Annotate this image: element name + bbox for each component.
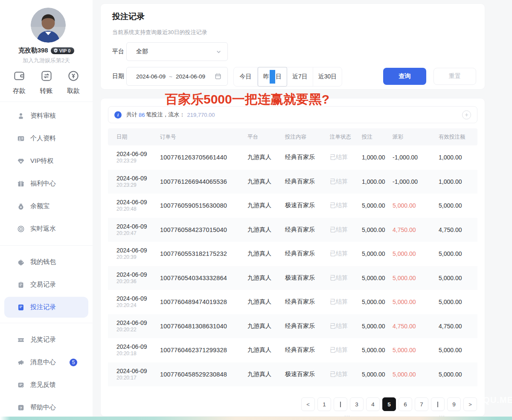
table-row[interactable]: 2024-06-0920:20:48 1007760590515630080 九… [108,194,477,218]
cell-valid-bet: 5,000.00 [439,275,471,281]
bets-icon [17,304,25,311]
cell-valid-bet: 1,000.00 [439,178,471,185]
sidebar-item-rebate[interactable]: 实时返水 [0,217,93,240]
sidebar-divider [0,245,93,246]
platform-select[interactable]: 全部 [126,42,228,61]
vip-badge[interactable]: VIP 0 [51,47,75,54]
cell-bet-amount: 5,000.00 [362,323,393,330]
cell-date: 2024-06-0920:20:24 [116,295,160,309]
sidebar-item-message[interactable]: 消息中心5 [0,351,93,374]
cell-platform: 九游真人 [247,178,285,185]
table-row[interactable]: 2024-06-0920:20:24 1007760489474019328 九… [108,290,477,314]
cell-bet-content: 经典百家乐 [285,178,330,185]
sidebar-item-vip[interactable]: VIP特权 [0,150,93,172]
cell-bet-amount: 1,000.00 [362,178,393,185]
cell-status: 已结算 [330,178,362,185]
cell-order-number: 1007761266944065536 [160,178,247,185]
sidebar-item-profile[interactable]: 个人资料 [0,127,93,150]
profile-icon [17,135,25,142]
search-button[interactable]: 查询 [383,68,426,85]
cell-date: 2024-06-0920:23:29 [116,175,160,188]
page-ellipsis-button[interactable] [334,397,347,411]
table-row[interactable]: 2024-06-0920:20:22 1007760481308631040 九… [108,314,477,339]
page-button-1[interactable]: 1 [317,397,331,411]
quick-range-近30日[interactable]: 近30日 [313,67,342,86]
cell-bet-content: 经典百家乐 [285,322,330,330]
transfer-action[interactable]: 转账 [40,70,53,95]
sidebar-item-audit[interactable]: 资料审核 [0,104,93,127]
sidebar-item-feedback[interactable]: 意见反馈 [0,374,93,396]
withdraw-action[interactable]: 取款 [67,70,80,95]
cell-order-number: 1007761263705661440 [160,154,247,161]
cell-order-number: 1007760584237015040 [160,226,247,233]
svg-text:?: ? [20,405,22,410]
prize-icon [17,336,25,344]
trade-icon [17,281,25,289]
cell-date: 2024-06-0920:20:18 [116,343,160,357]
cell-payout: 5,000.00 [393,275,439,281]
cell-bet-content: 极速百家乐 [285,371,330,378]
page-button-6[interactable]: 6 [399,397,412,411]
cell-valid-bet: 5,000.00 [439,298,471,305]
column-header: 平台 [247,133,285,141]
page-button-4[interactable]: 4 [366,397,380,411]
red-annotation-text: 百家乐5000一把连赢就要黑? [165,91,329,108]
unread-badge: 5 [70,359,77,366]
page-button-9[interactable]: 9 [447,397,461,411]
page-subtitle: 当前系统支持查询最近30日的投注记录 [112,29,207,36]
sidebar-item-prize[interactable]: 兑奖记录 [0,328,93,351]
user-avatar[interactable] [31,8,66,43]
page-ellipsis-button[interactable] [431,397,445,411]
quick-actions: 存款 转账 取款 [0,70,93,95]
deposit-action[interactable]: 存款 [13,70,26,95]
page-button-5[interactable]: 5 [382,397,396,411]
quick-date-range-group: 今日昨日近7日近30日 [233,67,342,87]
table-row[interactable]: 2024-06-0920:23:29 1007761263705661440 九… [108,145,477,170]
sidebar-item-bets[interactable]: 投注记录 [4,297,88,318]
cell-platform: 九游真人 [247,250,285,258]
cell-bet-amount: 5,000.00 [362,347,393,353]
page-prev-button[interactable]: < [301,397,315,411]
reset-button[interactable]: 重置 [433,68,476,85]
table-row[interactable]: 2024-06-0920:20:47 1007760584237015040 九… [108,218,477,242]
feedback-icon [17,381,25,389]
chevron-down-icon [216,49,221,55]
sidebar-divider [0,323,93,323]
calendar-icon [215,73,221,80]
page-next-button[interactable]: > [463,397,477,411]
cell-status: 已结算 [330,202,362,209]
cell-platform: 九游真人 [247,154,285,161]
column-header: 投注 [362,133,393,141]
column-header: 投注内容 [285,133,330,141]
wallet-icon [17,258,25,266]
quick-range-昨日[interactable]: 昨日 [258,67,287,87]
cell-platform: 九游真人 [247,226,285,234]
sidebar-item-help[interactable]: ? 帮助中心 [0,396,93,419]
message-icon [17,359,25,366]
circle-plus-icon[interactable]: + [462,110,471,119]
cell-platform: 九游真人 [247,346,285,354]
watermark: EQU.ME [477,395,512,405]
cell-bet-amount: 5,000.00 [362,275,393,281]
page-button-7[interactable]: 7 [415,397,428,411]
cell-bet-content: 经典百家乐 [285,298,330,306]
table-row[interactable]: 2024-06-0920:20:36 1007760540343332864 九… [108,266,477,290]
cell-valid-bet: 5,000.00 [439,347,471,353]
quick-range-近7日[interactable]: 近7日 [287,67,313,86]
deposit-icon [13,70,26,84]
sidebar-item-yuebao[interactable]: 余额宝 [0,195,93,217]
date-range-input[interactable]: 2024-06-09 ~ 2024-06-09 [126,67,228,86]
sidebar-item-welfare[interactable]: 福利中心 [0,172,93,195]
vip-icon [17,157,25,165]
cell-payout: -1,000.00 [393,154,439,161]
table-row[interactable]: 2024-06-0920:20:18 1007760462371299328 九… [108,338,477,362]
cell-payout: 5,000.00 [393,298,439,305]
sidebar-item-trade[interactable]: 交易记录 [0,273,93,296]
table-row[interactable]: 2024-06-0920:20:39 1007760553182175232 九… [108,242,477,266]
table-row[interactable]: 2024-06-0920:20:17 1007760458529230848 九… [108,362,477,387]
page-button-3[interactable]: 3 [350,397,364,411]
sidebar-item-wallet[interactable]: 我的钱包 [0,251,93,273]
table-row[interactable]: 2024-06-0920:23:29 1007761266944065536 九… [108,170,477,194]
quick-range-今日[interactable]: 今日 [234,67,258,86]
cell-platform: 九游真人 [247,274,285,282]
